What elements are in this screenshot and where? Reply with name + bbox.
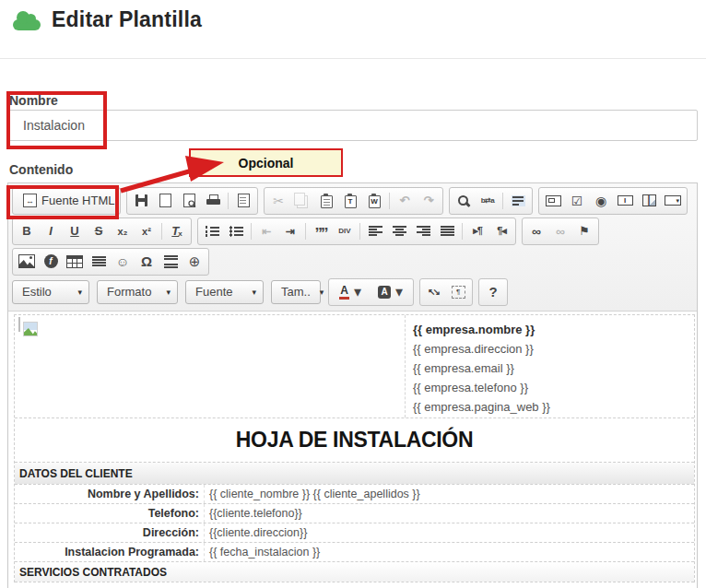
italic-button[interactable]: I: [41, 220, 61, 242]
align-center-button[interactable]: [389, 220, 409, 242]
align-left-button[interactable]: [365, 220, 385, 242]
text-field-button[interactable]: I: [615, 190, 635, 212]
textarea-button[interactable]: I: [639, 190, 659, 212]
subscript-icon: x₂: [117, 226, 127, 237]
unlink-button[interactable]: ∞: [550, 220, 571, 242]
source-button[interactable]: ↔ Fuente HTML: [17, 190, 121, 212]
align-center-icon: [393, 226, 406, 237]
link-button[interactable]: ∞: [526, 220, 547, 242]
increase-indent-button[interactable]: ⇥: [280, 220, 300, 242]
paste-from-word-button[interactable]: W: [364, 190, 384, 212]
editor-canvas[interactable]: {{ empresa.nombre }} {{ empresa.direccio…: [8, 312, 697, 588]
background-color-letter: A: [381, 287, 387, 297]
help-icon: ?: [488, 284, 497, 300]
horizontal-rule-button[interactable]: [88, 251, 109, 273]
special-char-button[interactable]: Ω: [136, 251, 157, 273]
undo-button[interactable]: ↶: [394, 190, 415, 212]
new-page-icon: [159, 194, 171, 207]
format-combo[interactable]: Formato ▾: [97, 280, 178, 304]
image-button[interactable]: [17, 251, 37, 273]
checkbox-button[interactable]: ☑: [567, 190, 587, 212]
styles-combo[interactable]: Estilo ▾: [12, 280, 89, 304]
toolbar-group-insert: f ☺ Ω ⊕: [12, 248, 209, 276]
styles-combo-label: Estilo: [22, 285, 52, 299]
toolbar-group-clipboard: ✂ T W ↶ ↷: [264, 187, 443, 215]
page-title: Editar Plantilla: [52, 7, 202, 32]
numbered-list-button[interactable]: [202, 220, 222, 242]
form-button[interactable]: [543, 190, 563, 212]
font-combo[interactable]: Fuente ▾: [185, 280, 264, 304]
subscript-button[interactable]: x₂: [112, 220, 133, 242]
contenido-label: Contenido: [9, 162, 73, 177]
link-icon: ∞: [532, 224, 541, 239]
cut-button[interactable]: ✂: [268, 190, 288, 212]
table-button[interactable]: [65, 251, 85, 273]
remove-format-button[interactable]: Tx: [167, 220, 187, 242]
text-field-icon: I: [618, 195, 633, 206]
table-row: Telefono: {{cliente.telefono}}: [15, 504, 694, 523]
company-line: {{ empresa.direccion }}: [413, 339, 687, 359]
paste-text-button[interactable]: T: [340, 190, 360, 212]
background-color-button[interactable]: A ▾: [371, 281, 409, 303]
justify-button[interactable]: [437, 220, 457, 242]
image-icon: [18, 254, 35, 268]
nombre-input[interactable]: [7, 110, 698, 141]
flash-button[interactable]: f: [41, 251, 61, 273]
strikethrough-button[interactable]: S: [88, 220, 109, 242]
toolbar-separator: [502, 193, 503, 209]
replace-button[interactable]: b⇄a: [477, 190, 498, 212]
anchor-button[interactable]: ⚑: [574, 220, 594, 242]
smiley-button[interactable]: ☺: [112, 251, 133, 273]
text-color-letter: A: [340, 285, 348, 296]
toolbar-group-links: ∞ ∞ ⚑: [522, 218, 599, 245]
templates-button[interactable]: [233, 190, 253, 212]
toolbar-group-tools: ↖↘ ¶: [419, 278, 473, 306]
toolbar-separator: [228, 193, 229, 209]
select-field-button[interactable]: ▾: [663, 190, 683, 212]
bold-button[interactable]: B: [17, 220, 37, 242]
toolbar-row-4: Estilo ▾ Formato ▾ Fuente ▾ Tam.. ▾: [12, 276, 693, 307]
print-button[interactable]: [203, 190, 223, 212]
opcional-note: Opcional: [189, 148, 343, 177]
toolbar-separator: [389, 193, 390, 209]
bidi-ltr-button[interactable]: ▸¶: [467, 220, 488, 242]
special-char-icon: Ω: [141, 253, 152, 269]
maximize-button[interactable]: ↖↘: [424, 281, 444, 303]
bulleted-list-button[interactable]: [226, 220, 246, 242]
new-page-button[interactable]: [155, 190, 175, 212]
decrease-indent-button[interactable]: ⇤: [256, 220, 277, 242]
bidi-ltr-icon: ▸¶: [473, 225, 482, 237]
help-button[interactable]: ?: [483, 281, 503, 303]
select-all-button[interactable]: [508, 190, 528, 212]
font-size-combo[interactable]: Tam.. ▾: [271, 280, 321, 304]
text-color-button[interactable]: A ▾: [333, 281, 368, 303]
toolbar-group-colors: A ▾ A ▾: [328, 278, 414, 306]
toolbar-group-basicstyles: B I U S x₂ x² Tx: [12, 218, 192, 245]
template-logo-cell: [15, 315, 405, 417]
preview-button[interactable]: [179, 190, 199, 212]
page-break-button[interactable]: [160, 251, 181, 273]
paste-word-letter: W: [371, 198, 378, 206]
redo-icon: ↷: [424, 194, 434, 206]
bidi-rtl-button[interactable]: ¶◂: [491, 220, 512, 242]
redo-button[interactable]: ↷: [418, 190, 439, 212]
superscript-button[interactable]: x²: [136, 220, 157, 242]
table-row: Dirección: {{cliente.direccion}}: [15, 523, 694, 543]
find-button[interactable]: [453, 190, 474, 212]
align-right-button[interactable]: [413, 220, 433, 242]
paste-button[interactable]: [316, 190, 336, 212]
blockquote-button[interactable]: ””: [311, 220, 331, 242]
radio-button-icon: ◉: [595, 194, 606, 208]
show-blocks-button[interactable]: ¶: [448, 281, 468, 303]
radio-button-button[interactable]: ◉: [591, 190, 611, 212]
iframe-button[interactable]: ⊕: [184, 251, 205, 273]
save-button[interactable]: [131, 190, 151, 212]
toolbar-separator: [161, 223, 162, 240]
div-container-button[interactable]: DIV: [335, 220, 355, 242]
underline-button[interactable]: U: [65, 220, 85, 242]
broken-image-icon[interactable]: [18, 317, 20, 332]
page-header: Editar Plantilla: [13, 7, 202, 32]
table-row: Instalacion Programada: {{ fecha_instala…: [15, 543, 694, 562]
font-size-combo-label: Tam..: [281, 285, 311, 299]
copy-button[interactable]: [292, 190, 312, 212]
